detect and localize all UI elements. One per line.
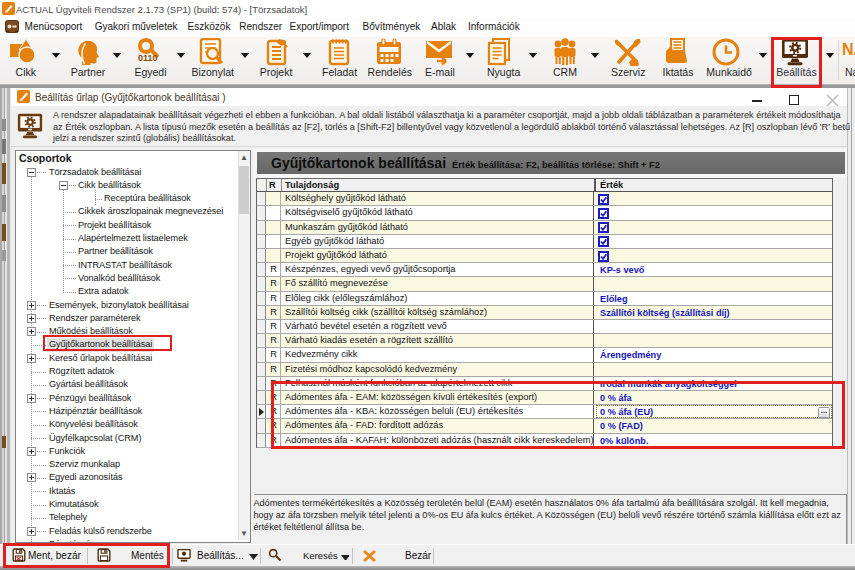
svg-text:0110: 0110 bbox=[138, 53, 158, 63]
